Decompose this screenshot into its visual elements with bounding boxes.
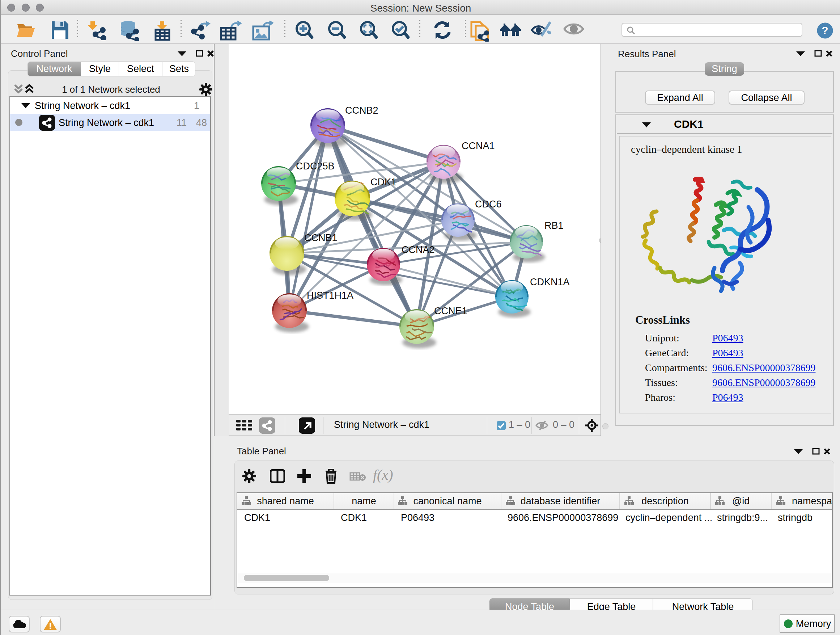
svg-text:?: ?	[821, 24, 828, 36]
svg-text:RB1: RB1	[545, 220, 564, 231]
svg-text:CDC6: CDC6	[475, 199, 502, 210]
svg-text:CCNB1: CCNB1	[304, 233, 338, 243]
svg-text:CCNE1: CCNE1	[434, 306, 467, 317]
svg-text:CCNA2: CCNA2	[401, 244, 435, 255]
svg-text:HIST1H1A: HIST1H1A	[307, 290, 354, 301]
svg-text:CCNA1: CCNA1	[462, 141, 495, 151]
svg-text:CDKN1A: CDKN1A	[530, 277, 570, 287]
svg-text:CCNB2: CCNB2	[345, 105, 378, 116]
svg-text:CDC25B: CDC25B	[296, 161, 335, 172]
svg-text:CDK1: CDK1	[370, 177, 396, 187]
